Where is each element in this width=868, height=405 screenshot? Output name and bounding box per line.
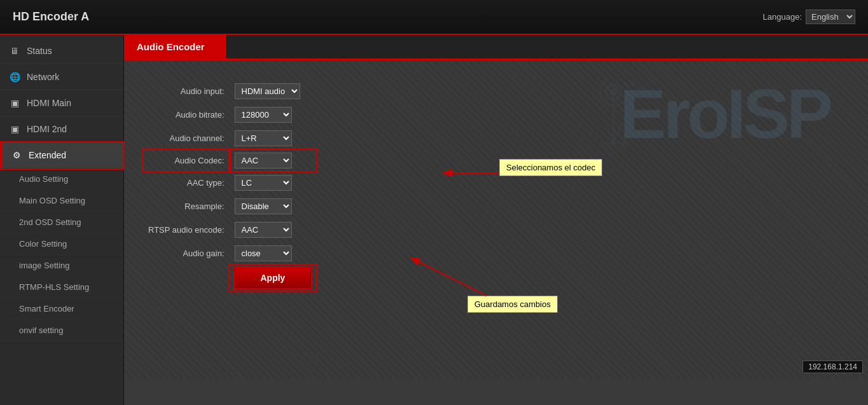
monitor-icon: [9, 45, 20, 57]
aac-type-select[interactable]: LC HE HEv2: [235, 175, 292, 191]
audio-codec-select[interactable]: AAC MP3 G711: [235, 153, 292, 168]
audio-channel-label: Audio channel:: [143, 127, 230, 150]
sidebar-subitem-2nd-osd[interactable]: 2nd OSD Setting: [0, 212, 123, 233]
sidebar-item-extended[interactable]: Extended: [0, 142, 123, 168]
sidebar-subitem-onvif[interactable]: onvif setting: [0, 320, 123, 341]
audio-gain-row: Audio gain: close low medium high: [143, 242, 316, 265]
annotation-codec: Seleccionamos el codec: [499, 159, 602, 176]
hdmi-2nd-icon: [9, 123, 20, 135]
audio-bitrate-select[interactable]: 128000 64000 32000: [235, 107, 292, 123]
resample-label: Resample:: [143, 195, 230, 218]
audio-codec-row: Audio Codec: AAC MP3 G711: [143, 150, 316, 171]
audio-bitrate-cell: 128000 64000 32000: [230, 103, 317, 127]
resample-row: Resample: Disable Enable: [143, 195, 316, 218]
sidebar-subitem-image-setting[interactable]: image Setting: [0, 255, 123, 277]
sidebar-item-hdmi-main-label: HDMI Main: [27, 98, 71, 108]
audio-channel-row: Audio channel: L+R L R: [143, 127, 316, 150]
audio-bitrate-label: Audio bitrate:: [143, 103, 230, 127]
rtsp-audio-select[interactable]: AAC MP3: [235, 222, 292, 238]
app-title: HD Encoder A: [13, 10, 89, 24]
audio-gain-select[interactable]: close low medium high: [235, 245, 292, 261]
content-area: EroISP Audio input: HDMI au: [124, 60, 868, 378]
sidebar-item-network-label: Network: [27, 72, 59, 82]
audio-channel-select[interactable]: L+R L R: [235, 130, 292, 146]
apply-row: Apply: [143, 265, 316, 291]
hdmi-main-icon: [9, 97, 20, 109]
sidebar-subitem-main-osd[interactable]: Main OSD Setting: [0, 190, 123, 212]
sidebar-subitem-smart-encoder[interactable]: Smart Encoder: [0, 298, 123, 320]
gear-icon: [11, 149, 22, 161]
main-layout: Status Network HDMI Main HDMI 2nd Extend…: [0, 35, 868, 405]
sidebar-item-hdmi-main[interactable]: HDMI Main: [0, 90, 123, 116]
sidebar-item-status[interactable]: Status: [0, 38, 123, 64]
sidebar-subitem-audio-setting[interactable]: Audio Setting: [0, 168, 123, 190]
sidebar: Status Network HDMI Main HDMI 2nd Extend…: [0, 35, 124, 405]
rtsp-audio-row: RTSP audio encode: AAC MP3: [143, 218, 316, 242]
sidebar-item-status-label: Status: [27, 46, 52, 56]
apply-cell: Apply: [230, 265, 317, 291]
resample-select[interactable]: Disable Enable: [235, 198, 292, 214]
svg-line-6: [606, 124, 614, 143]
sidebar-subitem-color-setting[interactable]: Color Setting: [0, 233, 123, 255]
audio-input-select[interactable]: HDMI audio Line in Analog: [235, 83, 300, 99]
sidebar-item-network[interactable]: Network: [0, 64, 123, 90]
audio-encoder-form: Audio input: HDMI audio Line in Analog A…: [143, 79, 316, 291]
main-content: Audio Encoder EroISP Audio input: [124, 35, 868, 405]
svg-point-2: [593, 79, 634, 113]
audio-codec-label: Audio Codec:: [143, 150, 230, 171]
language-label: Language:: [763, 12, 802, 22]
language-select[interactable]: English Chinese: [806, 10, 855, 24]
apply-button[interactable]: Apply: [235, 268, 312, 288]
tab-bar: Audio Encoder: [124, 35, 868, 60]
app-header: HD Encoder A Language: English Chinese: [0, 0, 868, 35]
audio-gain-label: Audio gain:: [143, 242, 230, 265]
annotation-apply: Guardamos cambios: [467, 296, 558, 313]
svg-line-11: [410, 257, 486, 296]
svg-line-7: [614, 124, 621, 143]
svg-point-3: [610, 88, 617, 96]
rtsp-audio-label: RTSP audio encode:: [143, 218, 230, 242]
svg-point-1: [600, 79, 628, 106]
audio-bitrate-row: Audio bitrate: 128000 64000 32000: [143, 103, 316, 127]
rtsp-audio-cell: AAC MP3: [230, 218, 317, 242]
aac-type-row: AAC type: LC HE HEv2: [143, 171, 316, 195]
aac-type-label: AAC type:: [143, 171, 230, 195]
sidebar-item-extended-label: Extended: [29, 150, 66, 160]
globe-icon: [9, 71, 20, 83]
svg-point-0: [606, 85, 621, 100]
sidebar-subitem-rtmp-hls[interactable]: RTMP-HLS Setting: [0, 277, 123, 298]
sidebar-item-hdmi-2nd[interactable]: HDMI 2nd: [0, 116, 123, 142]
watermark: EroISP: [619, 73, 830, 154]
resample-cell: Disable Enable: [230, 195, 317, 218]
language-area: Language: English Chinese: [763, 10, 855, 24]
audio-input-label: Audio input:: [143, 79, 230, 103]
tab-audio-encoder[interactable]: Audio Encoder: [124, 35, 226, 58]
audio-gain-cell: close low medium high: [230, 242, 317, 265]
sidebar-item-hdmi-2nd-label: HDMI 2nd: [27, 124, 67, 134]
audio-input-row: Audio input: HDMI audio Line in Analog: [143, 79, 316, 103]
audio-input-cell: HDMI audio Line in Analog: [230, 79, 317, 103]
audio-codec-cell: AAC MP3 G711: [230, 150, 317, 171]
watermark-antenna-icon: [575, 79, 652, 156]
audio-channel-cell: L+R L R: [230, 127, 317, 150]
aac-type-cell: LC HE HEv2: [230, 171, 317, 195]
ip-badge: 192.168.1.214: [803, 360, 863, 373]
